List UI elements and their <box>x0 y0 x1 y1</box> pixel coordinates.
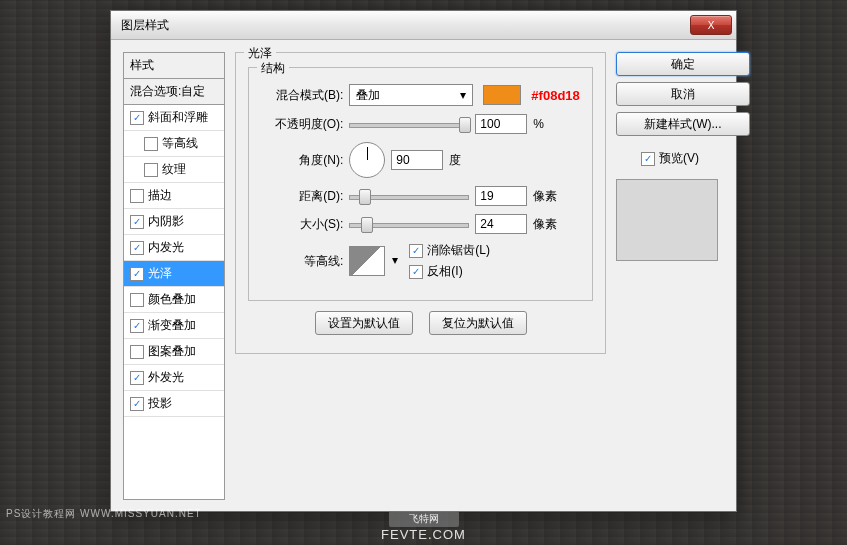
style-item-描边[interactable]: 描边 <box>124 183 224 209</box>
size-input[interactable]: 24 <box>475 214 527 234</box>
preview-label: 预览(V) <box>659 150 699 167</box>
size-slider[interactable] <box>349 217 469 231</box>
distance-input[interactable]: 19 <box>475 186 527 206</box>
style-checkbox[interactable] <box>130 319 144 333</box>
structure-title: 结构 <box>257 60 289 77</box>
style-checkbox[interactable] <box>130 371 144 385</box>
opacity-label: 不透明度(O): <box>261 116 343 133</box>
opacity-unit: % <box>533 117 544 131</box>
watermark-text-1: PS设计教程网 WWW.MISSYUAN.NET <box>6 507 202 521</box>
style-item-label: 斜面和浮雕 <box>148 109 208 126</box>
new-style-button[interactable]: 新建样式(W)... <box>616 112 750 136</box>
color-swatch[interactable] <box>483 85 521 105</box>
style-item-label: 渐变叠加 <box>148 317 196 334</box>
angle-label: 角度(N): <box>261 152 343 169</box>
color-hex-annotation: #f08d18 <box>531 88 579 103</box>
style-checkbox[interactable] <box>144 137 158 151</box>
style-checkbox[interactable] <box>130 111 144 125</box>
style-checkbox[interactable] <box>130 215 144 229</box>
contour-picker[interactable] <box>349 246 385 276</box>
invert-row[interactable]: 反相(I) <box>409 263 490 280</box>
preview-checkbox[interactable] <box>641 152 655 166</box>
layer-style-dialog: 图层样式 X 样式 混合选项:自定 斜面和浮雕等高线纹理描边内阴影内发光光泽颜色… <box>110 10 737 512</box>
style-item-纹理[interactable]: 纹理 <box>124 157 224 183</box>
opacity-input[interactable]: 100 <box>475 114 527 134</box>
opacity-slider[interactable] <box>349 117 469 131</box>
style-list-header: 样式 <box>124 53 224 79</box>
contour-label: 等高线: <box>261 253 343 270</box>
window-title: 图层样式 <box>121 17 690 34</box>
style-item-label: 描边 <box>148 187 172 204</box>
style-item-label: 颜色叠加 <box>148 291 196 308</box>
structure-fieldset: 结构 混合模式(B): 叠加 #f08d18 不透明度(O): 100 % <box>248 67 592 301</box>
style-checkbox[interactable] <box>130 397 144 411</box>
reset-default-button[interactable]: 复位为默认值 <box>429 311 527 335</box>
invert-checkbox[interactable] <box>409 265 423 279</box>
satin-fieldset: 光泽 结构 混合模式(B): 叠加 #f08d18 不透明度(O): 100 % <box>235 52 605 354</box>
distance-slider[interactable] <box>349 189 469 203</box>
size-label: 大小(S): <box>261 216 343 233</box>
style-item-渐变叠加[interactable]: 渐变叠加 <box>124 313 224 339</box>
style-item-label: 图案叠加 <box>148 343 196 360</box>
style-item-投影[interactable]: 投影 <box>124 391 224 417</box>
style-item-外发光[interactable]: 外发光 <box>124 365 224 391</box>
close-button[interactable]: X <box>690 15 732 35</box>
style-checkbox[interactable] <box>130 293 144 307</box>
style-item-label: 内发光 <box>148 239 184 256</box>
style-item-内发光[interactable]: 内发光 <box>124 235 224 261</box>
watermark-box: 飞特网 <box>389 511 459 527</box>
watermark-text-2: FEVTE.COM <box>381 527 466 542</box>
style-checkbox[interactable] <box>130 189 144 203</box>
style-checkbox[interactable] <box>130 267 144 281</box>
style-item-斜面和浮雕[interactable]: 斜面和浮雕 <box>124 105 224 131</box>
style-item-内阴影[interactable]: 内阴影 <box>124 209 224 235</box>
style-checkbox[interactable] <box>130 241 144 255</box>
blend-mode-label: 混合模式(B): <box>261 87 343 104</box>
ok-button[interactable]: 确定 <box>616 52 750 76</box>
cancel-button[interactable]: 取消 <box>616 82 750 106</box>
blend-mode-select[interactable]: 叠加 <box>349 84 473 106</box>
antialias-checkbox[interactable] <box>409 244 423 258</box>
style-item-label: 光泽 <box>148 265 172 282</box>
style-item-label: 投影 <box>148 395 172 412</box>
effect-settings-panel: 光泽 结构 混合模式(B): 叠加 #f08d18 不透明度(O): 100 % <box>235 52 605 500</box>
style-item-label: 等高线 <box>162 135 198 152</box>
blend-options-header[interactable]: 混合选项:自定 <box>124 79 224 105</box>
style-item-图案叠加[interactable]: 图案叠加 <box>124 339 224 365</box>
titlebar[interactable]: 图层样式 X <box>111 11 736 40</box>
angle-unit: 度 <box>449 152 461 169</box>
dialog-button-column: 确定 取消 新建样式(W)... 预览(V) <box>616 52 724 500</box>
size-unit: 像素 <box>533 216 557 233</box>
style-checkbox[interactable] <box>130 345 144 359</box>
angle-dial[interactable] <box>349 142 385 178</box>
distance-label: 距离(D): <box>261 188 343 205</box>
style-item-label: 内阴影 <box>148 213 184 230</box>
style-checkbox[interactable] <box>144 163 158 177</box>
distance-unit: 像素 <box>533 188 557 205</box>
antialias-row[interactable]: 消除锯齿(L) <box>409 242 490 259</box>
preview-thumbnail <box>616 179 718 261</box>
style-item-label: 外发光 <box>148 369 184 386</box>
style-list: 样式 混合选项:自定 斜面和浮雕等高线纹理描边内阴影内发光光泽颜色叠加渐变叠加图… <box>123 52 225 500</box>
angle-input[interactable]: 90 <box>391 150 443 170</box>
close-icon: X <box>708 20 715 31</box>
style-item-光泽[interactable]: 光泽 <box>124 261 224 287</box>
style-item-等高线[interactable]: 等高线 <box>124 131 224 157</box>
set-default-button[interactable]: 设置为默认值 <box>315 311 413 335</box>
style-item-颜色叠加[interactable]: 颜色叠加 <box>124 287 224 313</box>
style-item-label: 纹理 <box>162 161 186 178</box>
